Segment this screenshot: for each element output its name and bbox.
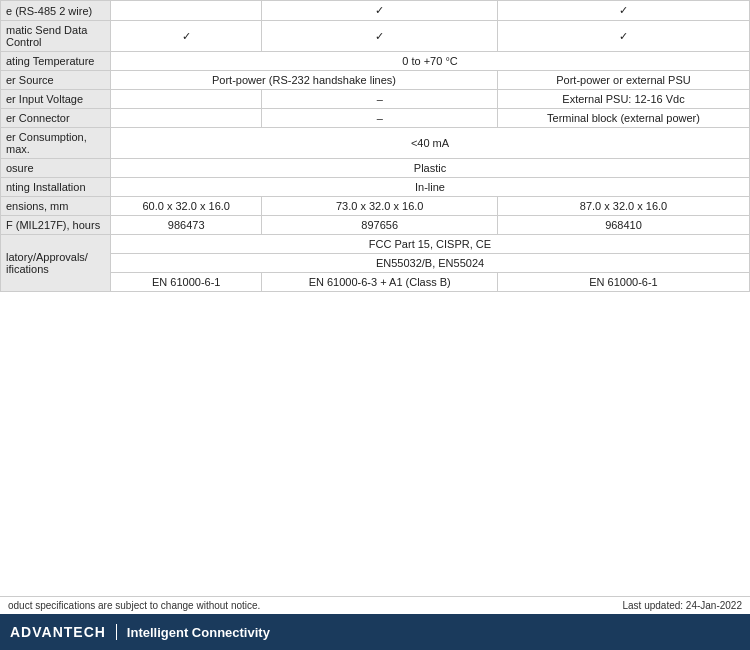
table-row: EN55032/B, EN55024 (1, 254, 750, 273)
row-col2: ✓ (262, 1, 498, 21)
check-icon: ✓ (619, 30, 628, 42)
row-col2: 897656 (262, 216, 498, 235)
row-label: osure (1, 159, 111, 178)
table-row: nting Installation In-line (1, 178, 750, 197)
table-row: er Connector – Terminal block (external … (1, 109, 750, 128)
row-label: ating Temperature (1, 52, 111, 71)
check-icon: ✓ (375, 30, 384, 42)
row-col3: External PSU: 12-16 Vdc (497, 90, 749, 109)
spec-table: e (RS-485 2 wire) ✓ ✓ matic Send Data Co… (0, 0, 750, 292)
row-span-val: In-line (111, 178, 750, 197)
row-col2: 73.0 x 32.0 x 16.0 (262, 197, 498, 216)
row-col3: ✓ (497, 21, 749, 52)
table-row: osure Plastic (1, 159, 750, 178)
row-col3: Terminal block (external power) (497, 109, 749, 128)
table-row: latory/Approvals/ifications FCC Part 15,… (1, 235, 750, 254)
row-label: F (MIL217F), hours (1, 216, 111, 235)
row-span-val: Plastic (111, 159, 750, 178)
notice-text: oduct specifications are subject to chan… (8, 600, 260, 611)
row-col3: 87.0 x 32.0 x 16.0 (497, 197, 749, 216)
check-icon: ✓ (619, 4, 628, 16)
table-row: er Source Port-power (RS-232 handshake l… (1, 71, 750, 90)
row-span-val: FCC Part 15, CISPR, CE (111, 235, 750, 254)
table-row: er Consumption, max. <40 mA (1, 128, 750, 159)
brand-tagline: Intelligent Connectivity (127, 625, 270, 640)
row-col1 (111, 90, 262, 109)
row-label: matic Send Data Control (1, 21, 111, 52)
table-row: matic Send Data Control ✓ ✓ ✓ (1, 21, 750, 52)
check-icon: ✓ (182, 30, 191, 42)
row-col1: EN 61000-6-1 (111, 273, 262, 292)
row-label: er Consumption, max. (1, 128, 111, 159)
table-row: F (MIL217F), hours 986473 897656 968410 (1, 216, 750, 235)
row-col3: EN 61000-6-1 (497, 273, 749, 292)
row-label: nting Installation (1, 178, 111, 197)
footer-notice-bar: oduct specifications are subject to chan… (0, 596, 750, 614)
row-col3: Port-power or external PSU (497, 71, 749, 90)
row-span-val: EN55032/B, EN55024 (111, 254, 750, 273)
row-col2: – (262, 90, 498, 109)
row-label: er Input Voltage (1, 90, 111, 109)
row-col3: 968410 (497, 216, 749, 235)
row-col12: Port-power (RS-232 handshake lines) (111, 71, 498, 90)
brand-logo: ADVANTECH (10, 624, 117, 640)
row-label: er Source (1, 71, 111, 90)
row-col2: – (262, 109, 498, 128)
row-col3: ✓ (497, 1, 749, 21)
table-row: EN 61000-6-1 EN 61000-6-3 + A1 (Class B)… (1, 273, 750, 292)
row-label: latory/Approvals/ifications (1, 235, 111, 292)
row-col1 (111, 109, 262, 128)
row-col1: 986473 (111, 216, 262, 235)
row-col1 (111, 1, 262, 21)
row-label: e (RS-485 2 wire) (1, 1, 111, 21)
row-span-val: 0 to +70 °C (111, 52, 750, 71)
last-updated-text: Last updated: 24-Jan-2022 (622, 600, 742, 611)
table-row: ating Temperature 0 to +70 °C (1, 52, 750, 71)
table-row: ensions, mm 60.0 x 32.0 x 16.0 73.0 x 32… (1, 197, 750, 216)
spec-table-container: e (RS-485 2 wire) ✓ ✓ matic Send Data Co… (0, 0, 750, 292)
table-row: e (RS-485 2 wire) ✓ ✓ (1, 1, 750, 21)
row-col1: ✓ (111, 21, 262, 52)
check-icon: ✓ (375, 4, 384, 16)
footer-bar: ADVANTECH Intelligent Connectivity (0, 614, 750, 650)
table-row: er Input Voltage – External PSU: 12-16 V… (1, 90, 750, 109)
row-label: ensions, mm (1, 197, 111, 216)
row-label: er Connector (1, 109, 111, 128)
row-col2: EN 61000-6-3 + A1 (Class B) (262, 273, 498, 292)
row-col2: ✓ (262, 21, 498, 52)
row-span-val: <40 mA (111, 128, 750, 159)
row-col1: 60.0 x 32.0 x 16.0 (111, 197, 262, 216)
